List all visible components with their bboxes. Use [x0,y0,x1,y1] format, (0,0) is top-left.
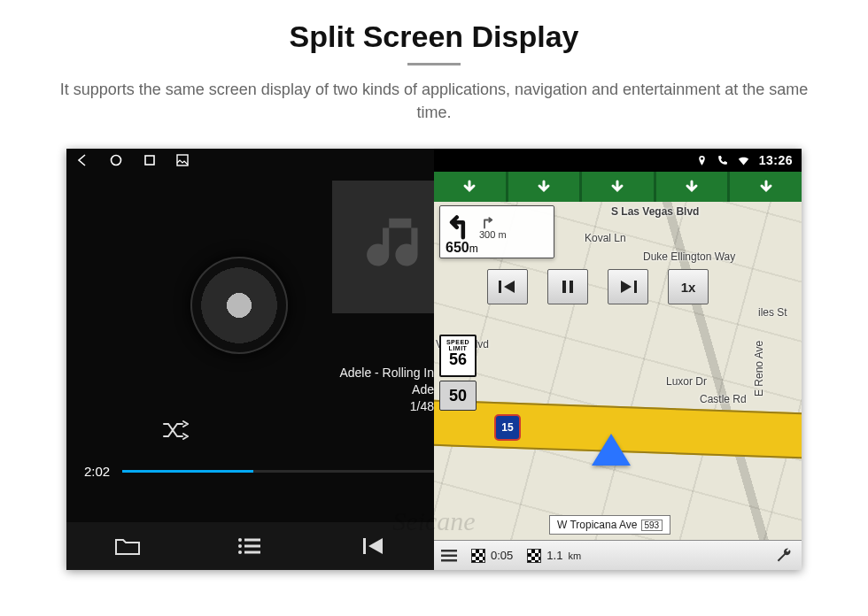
music-bottom-bar [66,522,434,570]
svg-point-3 [238,538,242,542]
svg-rect-9 [363,538,366,554]
elapsed-time: 2:02 [84,464,110,479]
back-icon[interactable] [75,153,89,167]
svg-rect-2 [177,155,188,166]
playlist-button[interactable] [236,535,263,557]
playback-speed-button[interactable]: 1x [668,269,709,304]
recents-icon[interactable] [143,153,157,167]
svg-rect-8 [244,551,260,554]
svg-rect-13 [634,281,637,293]
current-speed: 50 [439,381,477,411]
current-position-icon [592,434,631,466]
speed-limit-sign: SPEED LIMIT 56 [439,335,477,377]
page-title: Split Screen Display [0,19,868,54]
record-disc-icon [190,257,288,354]
android-navbar [66,149,434,172]
distance-cell: 1.1 km [520,549,588,563]
street-label: iles St [758,306,787,319]
speed-limit-value: 56 [441,351,475,367]
arrow-down-icon [758,179,774,195]
current-street-number: 593 [641,520,663,531]
pause-button[interactable] [547,269,588,304]
status-clock: 13:26 [759,153,793,167]
playback-progress: 2:02 [84,464,434,479]
svg-rect-6 [244,545,260,548]
then-turn-right-icon [479,213,495,229]
street-label-top: S Las Vegas Blvd [611,205,699,218]
device-screenshot: Adele - Rolling In Ade 1/48 2:02 [66,149,802,570]
turn-distance-unit: m [469,243,478,255]
title-underline [407,63,461,65]
map-playback-controls: 1x [487,269,709,304]
page-subtitle: It supports the same screen display of t… [49,78,819,124]
svg-rect-10 [499,281,501,293]
arrow-down-icon [684,179,700,195]
svg-rect-12 [570,281,573,293]
svg-point-5 [238,544,242,548]
eta-value: 0:05 [491,549,513,562]
track-artist: Ade [292,381,434,398]
street-label: Castle Rd [700,393,747,405]
street-label: Duke Ellington Way [643,250,735,263]
track-index: 1/48 [292,398,434,415]
wrench-icon [775,547,793,565]
current-street-badge: W Tropicana Ave 593 [549,515,670,535]
turn-left-icon [446,210,476,240]
folder-button[interactable] [114,535,141,557]
page-header: Split Screen Display [0,0,868,65]
arrow-down-icon [536,179,552,195]
music-pane: Adele - Rolling In Ade 1/48 2:02 [66,149,434,570]
next-turn-distance: 300 m [479,229,507,240]
arrow-down-icon [461,179,477,195]
highway-shield: 15 [494,414,521,441]
lane-guidance-bar [434,172,802,202]
picture-icon[interactable] [176,154,189,166]
checkered-flag-icon [471,549,485,563]
svg-rect-15 [441,554,457,557]
android-statusbar: 13:26 [434,149,802,172]
wifi-icon [737,155,750,166]
arrow-down-icon [609,179,625,195]
progress-slider[interactable] [122,470,434,473]
shuffle-button[interactable] [162,420,189,441]
svg-rect-14 [441,550,457,552]
playback-speed-label: 1x [681,280,696,295]
skip-forward-button[interactable] [608,269,648,304]
previous-track-button[interactable] [360,535,386,557]
nav-footer-bar: 0:05 1.1 km [434,540,802,570]
navigation-pane: 13:26 S Las Vegas Blvd Koval Ln Duke Ell… [434,149,802,570]
eta-cell: 0:05 [464,549,520,563]
speed-limit-label: SPEED LIMIT [441,339,475,351]
turn-distance-value: 650 [446,240,469,255]
svg-rect-1 [145,156,154,165]
track-metadata: Adele - Rolling In Ade 1/48 [292,365,434,415]
music-body: Adele - Rolling In Ade 1/48 2:02 [66,172,434,522]
svg-rect-11 [562,281,566,293]
track-title: Adele - Rolling In [292,365,434,381]
street-label: E Reno Ave [753,341,765,397]
menu-button[interactable] [434,550,464,562]
svg-rect-4 [244,539,260,542]
home-icon[interactable] [109,153,123,167]
svg-point-7 [238,551,242,554]
nav-settings-button[interactable] [768,547,802,565]
checkered-flag-icon [527,549,541,563]
progress-fill [122,470,253,473]
skip-back-button[interactable] [487,269,528,304]
music-note-icon [360,209,437,285]
street-label: Luxor Dr [666,375,707,388]
distance-value: 1.1 [546,549,562,562]
current-street-name: W Tropicana Ave [557,519,638,531]
turn-instruction-card: 300 m 650m [439,205,554,258]
location-icon [696,155,708,166]
svg-point-0 [112,156,121,166]
phone-icon [717,155,728,166]
svg-rect-16 [441,559,457,562]
street-label: Koval Ln [585,232,626,244]
distance-unit: km [568,551,581,561]
